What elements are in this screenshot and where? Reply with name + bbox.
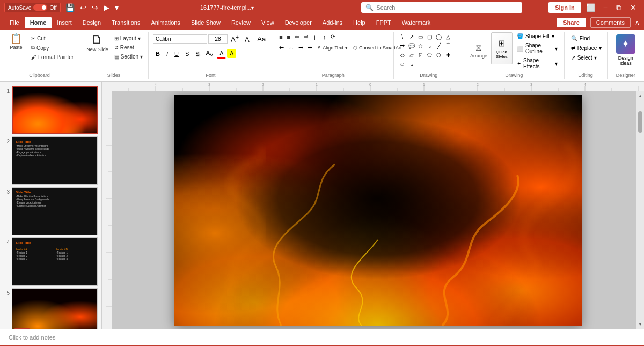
shape-arc[interactable]: ⌒: [444, 41, 452, 50]
search-input[interactable]: [377, 4, 518, 11]
shape-fill-button[interactable]: 🪣 Shape Fill ▾: [515, 32, 560, 40]
slide-item-2[interactable]: 2 Slide Title • Make Effective Presentat…: [2, 136, 99, 185]
tab-transitions[interactable]: Transitions: [106, 17, 145, 28]
scroll-thumb[interactable]: [638, 111, 642, 133]
shapes-more[interactable]: ⌄: [426, 41, 434, 50]
slide-stage[interactable]: [112, 91, 644, 329]
present-icon[interactable]: ▶: [102, 2, 111, 13]
align-text-button[interactable]: ⊻ Align Text ▾: [315, 44, 350, 52]
minimize-button[interactable]: −: [600, 2, 611, 13]
tab-insert[interactable]: Insert: [52, 17, 77, 28]
autosave-toggle[interactable]: [33, 4, 47, 11]
align-center-button[interactable]: ↔: [287, 44, 296, 52]
tab-view[interactable]: View: [256, 17, 280, 28]
tab-file[interactable]: File: [4, 17, 25, 28]
bullets-button[interactable]: ≡: [277, 33, 284, 41]
font-clear-button[interactable]: Aa: [254, 33, 268, 45]
slide-thumb-3[interactable]: Slide Title • Make Effective Presentatio…: [12, 187, 98, 235]
close-button[interactable]: ✕: [627, 2, 640, 13]
redo-icon[interactable]: ↪: [90, 2, 100, 13]
ribbon-display-icon[interactable]: ⬜: [584, 2, 597, 13]
find-button[interactable]: 🔍 Find: [569, 34, 604, 42]
text-direction-button[interactable]: ⟳: [329, 32, 337, 41]
shadow-button[interactable]: S: [193, 49, 202, 59]
shape-right-arrow[interactable]: ⮕: [398, 41, 407, 50]
notes-placeholder[interactable]: Click to add notes: [9, 334, 55, 341]
tab-animations[interactable]: Animations: [145, 17, 185, 28]
tab-fppt[interactable]: FPPT: [371, 17, 397, 28]
cols-button[interactable]: ⫼: [311, 33, 320, 41]
shape-diamond[interactable]: ◇: [398, 51, 407, 59]
tab-watermark[interactable]: Watermark: [397, 17, 436, 28]
collapse-ribbon-icon[interactable]: ∧: [635, 19, 640, 26]
tab-design[interactable]: Design: [77, 17, 106, 28]
shape-smiley[interactable]: ☺: [398, 60, 407, 68]
cut-button[interactable]: ✂ Cut: [29, 34, 76, 42]
design-ideas-button[interactable]: ✦ Design Ideas: [610, 32, 642, 77]
slide-item-1[interactable]: 1: [2, 86, 99, 134]
main-slide[interactable]: [174, 95, 582, 326]
shape-pentagon[interactable]: ⬠: [426, 51, 434, 59]
layout-button[interactable]: ⊞ Layout ▾: [112, 34, 145, 42]
shape-star[interactable]: ☆: [416, 41, 425, 50]
notes-bar[interactable]: Click to add notes: [0, 329, 644, 345]
new-slide-button[interactable]: 🗋 New Slide: [84, 32, 111, 63]
align-left-button[interactable]: ⬅: [277, 43, 286, 52]
format-painter-button[interactable]: 🖌 Format Painter: [29, 53, 76, 61]
tab-developer[interactable]: Developer: [280, 17, 317, 28]
shape-triangle[interactable]: △: [444, 32, 452, 41]
strikethrough-button[interactable]: S: [182, 49, 192, 59]
reset-button[interactable]: ↺ Reset: [112, 44, 145, 52]
font-increase-button[interactable]: A+: [228, 32, 241, 45]
shape-outline-button[interactable]: ⬜ Shape Outline ▾: [515, 41, 560, 55]
select-button[interactable]: ⤢ Select ▾: [569, 54, 604, 62]
increase-indent-button[interactable]: ⇨: [302, 32, 310, 41]
shape-rounded-rect[interactable]: ▢: [426, 32, 434, 41]
signin-button[interactable]: Sign in: [548, 2, 581, 13]
shape-arrow[interactable]: ↗: [407, 32, 416, 41]
filename-dropdown-icon[interactable]: ▾: [251, 5, 254, 11]
slide-item-5[interactable]: 5 Start text: [2, 288, 99, 329]
share-button[interactable]: Share: [557, 18, 586, 27]
bold-button[interactable]: B: [153, 49, 163, 59]
shape-callout[interactable]: 💬: [407, 41, 416, 50]
slide5-cta-button[interactable]: Start text: [14, 328, 30, 329]
font-name-selector[interactable]: Calibri: [153, 34, 207, 44]
save-icon[interactable]: 💾: [64, 2, 76, 13]
justify-button[interactable]: ⬌: [306, 43, 314, 52]
section-button[interactable]: ▤ Section ▾: [112, 53, 145, 61]
copy-button[interactable]: ⧉ Copy: [29, 44, 76, 52]
shape-parallelogram[interactable]: ▱: [407, 51, 416, 59]
shape-cross[interactable]: ✚: [444, 51, 452, 59]
align-right-button[interactable]: ➡: [297, 43, 305, 52]
shape-freeform[interactable]: ╱: [435, 41, 443, 50]
shape-oval[interactable]: ◯: [435, 32, 443, 41]
comments-button[interactable]: Comments: [590, 17, 631, 28]
slide-thumb-2[interactable]: Slide Title • Make Effective Presentatio…: [12, 136, 98, 185]
shape-hexagon[interactable]: ⬡: [435, 51, 443, 59]
replace-button[interactable]: ⇄ Replace ▾: [569, 44, 604, 52]
highlight-color-button[interactable]: A: [227, 49, 236, 58]
vertical-scrollbar[interactable]: ▲ ▼: [636, 91, 644, 329]
slide-item-4[interactable]: 4 Slide Title Product A • Feature 1 • Fe…: [2, 237, 99, 286]
shape-trapezoid[interactable]: ⌺: [416, 51, 425, 59]
shape-rect[interactable]: ▭: [416, 32, 425, 41]
italic-button[interactable]: I: [164, 49, 171, 59]
arrange-button[interactable]: ⧖ Arrange: [469, 32, 489, 70]
shape-effects-button[interactable]: ✦ Shape Effects ▾: [515, 56, 560, 70]
font-decrease-button[interactable]: A-: [242, 32, 254, 45]
font-size-input[interactable]: 28: [208, 34, 228, 44]
autosave-badge[interactable]: AutoSave Off: [4, 3, 61, 12]
quick-styles-button[interactable]: ⊞ QuickStyles: [491, 32, 513, 64]
font-color-button[interactable]: A: [217, 48, 226, 59]
slide-item-3[interactable]: 3 Slide Title • Make Effective Presentat…: [2, 187, 99, 235]
slide-thumb-5[interactable]: Start text: [12, 288, 98, 329]
undo-icon[interactable]: ↩: [78, 2, 88, 13]
restore-button[interactable]: ⧉: [613, 2, 625, 13]
tab-help[interactable]: Help: [348, 17, 371, 28]
scroll-up-arrow[interactable]: ▲: [638, 91, 642, 100]
tab-review[interactable]: Review: [226, 17, 256, 28]
slide-panel[interactable]: 1 2 Slide Title • Make Effective Present…: [0, 82, 102, 329]
underline-button[interactable]: U: [172, 49, 181, 59]
tab-slideshow[interactable]: Slide Show: [186, 17, 226, 28]
